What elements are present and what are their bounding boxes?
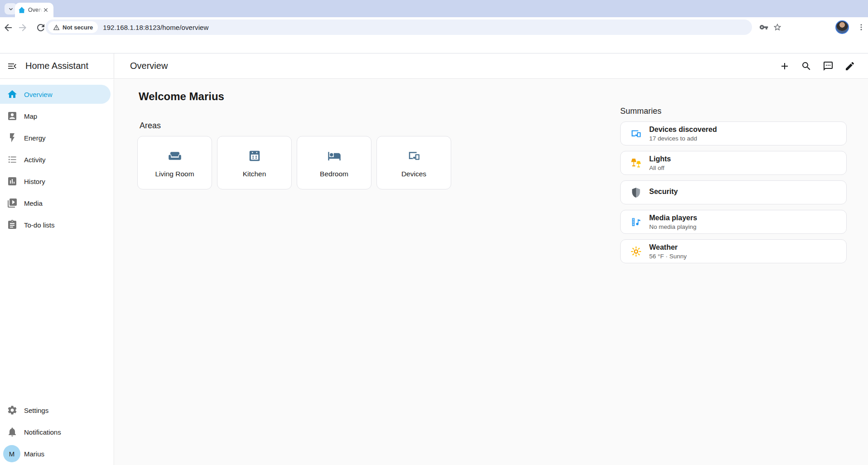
browser-menu-icon[interactable]: [857, 23, 865, 31]
user-avatar: M: [3, 445, 20, 462]
chevron-down-icon: [7, 5, 14, 13]
areas-section-title: Areas: [140, 121, 161, 131]
summary-subtitle: All off: [649, 165, 671, 171]
main-content: Welcome Marius Areas Living Room Kitchen…: [115, 79, 868, 465]
summary-card-media-players[interactable]: Media players No media playing: [620, 210, 847, 234]
sofa-icon: [168, 149, 182, 163]
sidebar-item-media[interactable]: Media: [0, 194, 111, 213]
shield-half-icon: [630, 187, 642, 199]
sidebar-item-history[interactable]: History: [0, 172, 111, 191]
sidebar-item-label: Overview: [24, 91, 53, 98]
sidebar-item-label: Media: [24, 199, 43, 207]
sidebar-item-label: Settings: [24, 407, 48, 414]
password-key-icon[interactable]: [759, 23, 768, 32]
stove-icon: [248, 149, 261, 163]
pencil-icon: [844, 61, 855, 72]
assist-button[interactable]: [817, 55, 839, 77]
summary-card-security[interactable]: Security: [620, 180, 847, 204]
area-card-label: Living Room: [155, 170, 194, 178]
sidebar-item-todo-lists[interactable]: To-do lists: [0, 215, 111, 234]
tab-close-icon[interactable]: [43, 7, 49, 13]
home-assistant-favicon: [18, 6, 25, 14]
bed-icon: [328, 149, 341, 163]
clipboard-list-icon: [7, 219, 18, 230]
browser-tab-strip: Overvie: [0, 0, 868, 17]
list-icon: [7, 154, 18, 165]
reload-icon[interactable]: [35, 22, 46, 33]
summary-card-weather[interactable]: Weather 56 °F · Sunny: [620, 239, 847, 263]
browser-tab[interactable]: Overvie: [15, 3, 53, 17]
sidebar-item-overview[interactable]: Overview: [0, 85, 111, 104]
summaries-section-title: Summaries: [620, 107, 847, 116]
movie-music-icon: [630, 216, 642, 228]
area-card-kitchen[interactable]: Kitchen: [217, 136, 292, 189]
area-card-label: Bedroom: [320, 170, 348, 178]
devices-icon: [630, 128, 642, 140]
plus-icon: [779, 61, 790, 72]
sidebar-item-energy[interactable]: Energy: [0, 128, 111, 147]
sidebar-item-notifications[interactable]: Notifications: [0, 422, 111, 441]
summary-title: Security: [649, 188, 678, 196]
sidebar: Overview Map Energy Activity History Med…: [0, 79, 114, 465]
sidebar-user-profile[interactable]: M Marius: [0, 444, 111, 463]
sidebar-item-label: To-do lists: [24, 221, 55, 229]
sidebar-item-label: History: [24, 178, 45, 185]
sidebar-toggle-icon[interactable]: [7, 61, 18, 72]
sidebar-item-map[interactable]: Map: [0, 107, 111, 126]
sidebar-item-label: Activity: [24, 156, 46, 164]
add-button[interactable]: [774, 55, 796, 77]
sidebar-item-settings[interactable]: Settings: [0, 401, 111, 420]
welcome-heading: Welcome Marius: [139, 90, 224, 103]
summary-card-lights[interactable]: Lights All off: [620, 151, 847, 175]
area-cards: Living Room Kitchen Bedroom Devices: [137, 136, 451, 189]
url-text: 192.168.1.18:8123/home/overview: [103, 24, 208, 31]
summary-title: Media players: [649, 214, 697, 222]
area-card-living-room[interactable]: Living Room: [137, 136, 212, 189]
sidebar-item-label: Map: [24, 112, 37, 120]
user-name: Marius: [24, 450, 44, 458]
summary-subtitle: No media playing: [649, 223, 697, 230]
header-actions: [774, 55, 861, 77]
search-button[interactable]: [796, 55, 817, 77]
home-icon: [7, 89, 18, 100]
forward-icon[interactable]: [17, 22, 28, 33]
sun-icon: [630, 246, 642, 257]
summary-title: Weather: [649, 243, 687, 252]
search-icon: [801, 61, 812, 72]
area-card-devices[interactable]: Devices: [376, 136, 451, 189]
address-bar[interactable]: Not secure 192.168.1.18:8123/home/overvi…: [45, 19, 752, 35]
back-icon[interactable]: [3, 22, 14, 33]
not-secure-chip[interactable]: Not secure: [48, 21, 98, 33]
app-title: Home Assistant: [25, 61, 88, 71]
summaries-section: Summaries Devices discovered 17 devices …: [620, 107, 847, 263]
view-header: Overview: [114, 53, 868, 78]
sidebar-footer: Settings Notifications M Marius: [0, 401, 111, 463]
browser-profile-avatar[interactable]: [835, 20, 849, 34]
play-box-icon: [7, 198, 18, 208]
sidebar-item-label: Notifications: [24, 428, 61, 436]
edit-dashboard-button[interactable]: [839, 55, 861, 77]
summary-subtitle: 17 devices to add: [649, 135, 717, 142]
bell-icon: [7, 426, 18, 437]
summary-title: Devices discovered: [649, 126, 717, 134]
bookmark-star-icon[interactable]: [773, 23, 782, 32]
assist-chat-icon: [823, 61, 834, 72]
area-card-bedroom[interactable]: Bedroom: [297, 136, 371, 189]
sidebar-item-activity[interactable]: Activity: [0, 150, 111, 169]
lamps-icon: [630, 157, 642, 169]
tab-title: Overvie: [28, 7, 42, 13]
devices-icon: [407, 149, 421, 163]
summary-card-devices-discovered[interactable]: Devices discovered 17 devices to add: [620, 121, 847, 145]
summary-subtitle: 56 °F · Sunny: [649, 253, 687, 260]
area-card-label: Kitchen: [243, 170, 266, 178]
not-secure-label: Not secure: [63, 24, 93, 31]
area-card-label: Devices: [401, 170, 426, 178]
warning-icon: [53, 24, 60, 31]
gear-icon: [7, 405, 18, 416]
account-box-icon: [7, 111, 18, 121]
page-title: Overview: [130, 61, 168, 71]
sidebar-item-label: Energy: [24, 134, 46, 142]
browser-toolbar: Not secure 192.168.1.18:8123/home/overvi…: [0, 17, 868, 53]
sidebar-header: Home Assistant: [0, 53, 114, 78]
chart-box-icon: [7, 176, 18, 187]
